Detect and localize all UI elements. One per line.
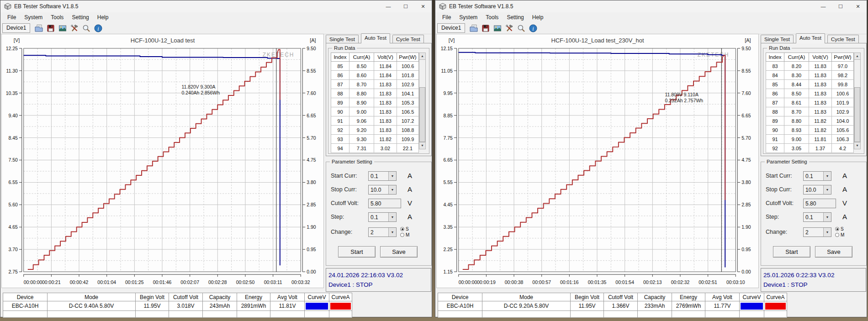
tab-cycle-test[interactable]: Cycle Test (392, 35, 424, 43)
run-data-row[interactable]: 923.051.374.2 (766, 144, 854, 153)
menu-file[interactable]: File (3, 13, 20, 21)
minimize-button[interactable]: — (815, 0, 832, 12)
device-selector[interactable]: Device1 (437, 23, 465, 33)
save-button[interactable] (45, 23, 57, 33)
change-combobox[interactable]: 2 ▼ (368, 227, 397, 237)
run-data-row[interactable]: 909.0011.83106.5 (331, 107, 419, 116)
unit-minutes-radio[interactable]: M (835, 232, 844, 238)
menu-file[interactable]: File (438, 13, 455, 21)
start-button[interactable]: Start (773, 246, 810, 258)
curve-a-cell[interactable] (764, 301, 787, 311)
window-titlebar[interactable]: EB Tester Software V1.8.5 — ☐ ✕ (435, 0, 867, 13)
menu-tools[interactable]: Tools (47, 13, 68, 21)
run-data-row[interactable]: 919.0011.81106.3 (766, 135, 854, 144)
dropdown-arrow-icon[interactable]: ▼ (388, 185, 396, 194)
menu-system[interactable]: System (20, 13, 47, 21)
run-data-row[interactable]: 939.3011.82109.9 (331, 135, 419, 144)
tab-auto-test[interactable]: Auto Test (361, 33, 390, 43)
menu-system[interactable]: System (455, 13, 482, 21)
run-data-row[interactable]: 908.9311.82105.6 (766, 126, 854, 135)
scroll-down-icon[interactable]: ▼ (854, 142, 860, 149)
unit-seconds-radio[interactable]: S (835, 226, 844, 232)
stop-curr-combobox[interactable]: 10.0 ▼ (368, 185, 397, 195)
save-params-button[interactable]: Save (380, 246, 418, 258)
start-curr-combobox[interactable]: 0.1 ▼ (368, 171, 397, 181)
step-combobox[interactable]: 0.1 ▼ (803, 212, 831, 222)
dropdown-arrow-icon[interactable]: ▼ (823, 228, 831, 237)
run-data-row[interactable]: 838.2011.8397.0 (766, 62, 854, 71)
tab-single-test[interactable]: Single Test (326, 35, 359, 43)
stop-curr-combobox[interactable]: 10.0 ▼ (803, 185, 831, 195)
dropdown-arrow-icon[interactable]: ▼ (388, 228, 396, 237)
info-button[interactable]: i (527, 23, 539, 33)
save-button[interactable] (480, 23, 492, 33)
unit-minutes-radio[interactable]: M (400, 232, 409, 238)
zoom-button[interactable] (80, 23, 92, 33)
dropdown-arrow-icon[interactable]: ▼ (388, 172, 396, 180)
curve-a-cell[interactable] (329, 301, 352, 311)
close-button[interactable]: ✕ (849, 0, 867, 12)
menu-tools[interactable]: Tools (482, 13, 503, 21)
export-image-button[interactable] (57, 23, 69, 33)
dropdown-arrow-icon[interactable]: ▼ (823, 213, 831, 221)
save-params-button[interactable]: Save (815, 246, 852, 258)
run-data-row[interactable]: 888.8011.83104.1 (331, 89, 419, 98)
load-test-chart[interactable]: HCF-100U-12_Load test[V][A]12.259.5000:0… (2, 34, 323, 288)
run-data-row[interactable]: 929.2011.83108.8 (331, 126, 419, 135)
scroll-down-icon[interactable]: ▼ (419, 142, 425, 149)
run-data-row[interactable]: 878.7011.83102.9 (331, 80, 419, 89)
scrollbar-thumb[interactable] (854, 87, 860, 142)
curve-v-cell[interactable] (740, 301, 764, 311)
run-data-scrollbar[interactable]: ▲ ▼ (854, 53, 861, 149)
run-data-row[interactable]: 868.6011.84101.8 (331, 71, 419, 80)
maximize-button[interactable]: ☐ (397, 0, 414, 12)
tab-cycle-test[interactable]: Cycle Test (827, 35, 859, 43)
tab-auto-test[interactable]: Auto Test (796, 33, 825, 43)
start-curr-combobox[interactable]: 0.1 ▼ (803, 171, 831, 181)
scroll-up-icon[interactable]: ▲ (854, 53, 860, 60)
menu-help[interactable]: Help (528, 13, 548, 21)
tab-single-test[interactable]: Single Test (761, 35, 794, 43)
device-selector[interactable]: Device1 (2, 23, 30, 33)
menu-setting[interactable]: Setting (68, 13, 93, 21)
close-button[interactable]: ✕ (414, 0, 432, 12)
run-data-row[interactable]: 947.313.0222.1 (331, 144, 419, 153)
curve-v-cell[interactable] (305, 301, 329, 311)
settings-tools-button[interactable] (503, 23, 515, 33)
export-image-button[interactable] (492, 23, 503, 33)
run-data-row[interactable]: 858.4411.8399.8 (766, 80, 854, 89)
change-combobox[interactable]: 2 ▼ (803, 227, 831, 237)
run-data-row[interactable]: 858.5011.84100.6 (331, 62, 419, 71)
summary-begin-volt: 11.95V (136, 301, 169, 311)
run-data-row[interactable]: 898.9011.83105.3 (331, 98, 419, 107)
open-file-button[interactable] (33, 23, 45, 33)
unit-seconds-radio[interactable]: S (400, 226, 409, 232)
open-file-button[interactable] (468, 23, 480, 33)
scroll-up-icon[interactable]: ▲ (419, 53, 425, 60)
menu-help[interactable]: Help (93, 13, 113, 21)
run-data-scrollbar[interactable]: ▲ ▼ (419, 53, 426, 149)
run-data-row[interactable]: 898.8011.82104.0 (766, 116, 854, 126)
scrollbar-thumb[interactable] (419, 87, 425, 142)
settings-tools-button[interactable] (69, 23, 80, 33)
dropdown-arrow-icon[interactable]: ▼ (823, 172, 831, 180)
run-data-row[interactable]: 919.0611.83107.2 (331, 116, 419, 126)
minimize-button[interactable]: — (380, 0, 397, 12)
run-data-cell: 3.02 (374, 144, 397, 153)
step-combobox[interactable]: 0.1 ▼ (368, 212, 397, 222)
start-button[interactable]: Start (338, 246, 376, 258)
maximize-button[interactable]: ☐ (832, 0, 849, 12)
run-data-row[interactable]: 868.5011.83100.6 (766, 89, 854, 98)
info-button[interactable]: i (92, 23, 104, 33)
run-data-row[interactable]: 888.7011.83102.9 (766, 107, 854, 116)
cutoff-volt-input[interactable]: 5.80 (368, 199, 401, 208)
menu-setting[interactable]: Setting (503, 13, 528, 21)
window-titlebar[interactable]: EB Tester Software V1.8.5 — ☐ ✕ (0, 0, 432, 13)
run-data-row[interactable]: 848.3011.8398.2 (766, 71, 854, 80)
dropdown-arrow-icon[interactable]: ▼ (388, 213, 396, 221)
load-test-chart[interactable]: HCF-100U-12_Load test_230V_hot[V][A]12.1… (437, 34, 758, 288)
run-data-row[interactable]: 878.6111.83101.9 (766, 98, 854, 107)
dropdown-arrow-icon[interactable]: ▼ (823, 185, 831, 194)
zoom-button[interactable] (515, 23, 527, 33)
cutoff-volt-input[interactable]: 5.80 (803, 199, 836, 208)
